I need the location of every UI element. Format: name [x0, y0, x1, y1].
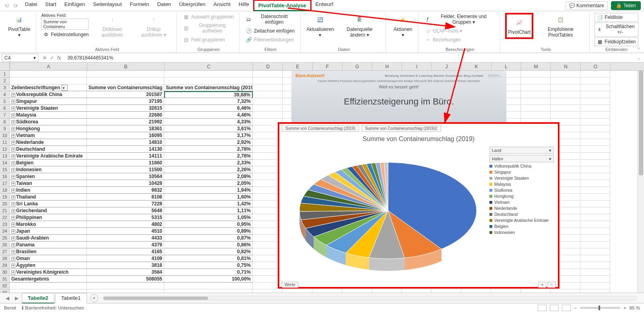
pivot-row-7[interactable]: +Niederlande [10, 139, 87, 146]
feldkopfzeilen-button[interactable]: ▦Feldkopfzeilen [594, 37, 638, 46]
chart-minus[interactable]: − [547, 282, 555, 288]
pivot-row-4[interactable]: +Südkorea [10, 119, 87, 125]
spreadsheet-grid[interactable]: 1234567891011121314151617181920212223242… [0, 63, 644, 293]
col-C[interactable]: C [165, 63, 253, 70]
row-33[interactable]: 33 [0, 289, 9, 293]
row-20[interactable]: 20 [0, 201, 9, 207]
col-K[interactable]: K [462, 63, 491, 70]
menu-pivottable-analyse[interactable]: PivotTable-Analyse [253, 0, 312, 11]
col-N[interactable]: N [551, 63, 581, 70]
pivot-row-23[interactable]: +Brasilien [10, 248, 87, 255]
row-4[interactable]: 4 [0, 91, 9, 98]
pivot-row-1[interactable]: +Singapur [10, 98, 87, 105]
row-28[interactable]: 28 [0, 255, 9, 262]
pivot-row-9[interactable]: +Vereinigte Arabische Emirate [10, 153, 87, 160]
pivot-row-24[interactable]: +Oman [10, 255, 87, 262]
row-18[interactable]: 18 [0, 187, 9, 194]
feldliste-button[interactable]: 📑Feldliste [594, 13, 638, 22]
menu-start[interactable]: Start [41, 0, 60, 11]
row-31[interactable]: 31 [0, 276, 9, 283]
col-O[interactable]: O [581, 63, 611, 70]
sheet-tab-tabelle1[interactable]: Tabelle1 [55, 293, 87, 303]
pivot-row-14[interactable]: +Indien [10, 187, 87, 194]
menu-datei[interactable]: Datei [21, 0, 41, 11]
col-B[interactable]: B [87, 63, 165, 70]
menu-formeln[interactable]: Formeln [126, 0, 153, 11]
col-I[interactable]: I [402, 63, 432, 70]
row-10[interactable]: 10 [0, 132, 9, 139]
col-D[interactable]: D [253, 63, 283, 70]
aktivesfeld-input[interactable]: Summe von Containeru [41, 18, 89, 30]
chart-tab-0[interactable]: Summe von Containerumschlag (2019) [282, 125, 359, 132]
chart-footer-werte[interactable]: Werte [282, 282, 298, 288]
pivottable-button[interactable]: 📊PivotTable▾ [6, 13, 33, 39]
row-25[interactable]: 25 [0, 235, 9, 242]
cancel-icon[interactable]: ✕ [43, 55, 47, 61]
pivot-row-18[interactable]: +Philippinen [10, 214, 87, 221]
ribbon-collapse[interactable]: ⌵ [637, 45, 640, 50]
sheet-tab-tabelle2[interactable]: Tabelle2 [22, 293, 54, 303]
menu-entwurf[interactable]: Entwurf [312, 0, 337, 11]
pivot-row-2[interactable]: +Vereinigte Staaten [10, 105, 87, 112]
row-7[interactable]: 7 [0, 112, 9, 119]
pivot-row-22[interactable]: +Panama [10, 242, 87, 248]
undo-button[interactable] [3, 2, 10, 9]
fb-expand[interactable]: ⌵ [635, 55, 642, 61]
fx-icon[interactable]: fx [57, 55, 61, 61]
menu-daten[interactable]: Daten [153, 0, 175, 11]
menu-hilfe[interactable]: Hilfe [235, 0, 253, 11]
row-32[interactable]: 32 [0, 283, 9, 289]
row-29[interactable]: 29 [0, 262, 9, 269]
pivot-row-20[interactable]: +Japan [10, 228, 87, 235]
status-accessibility[interactable]: ℹ Barrierefreiheit: Untersuchen [22, 305, 84, 311]
row-21[interactable]: 21 [0, 207, 9, 214]
row-26[interactable]: 26 [0, 242, 9, 248]
zoom-out[interactable]: − [574, 305, 577, 310]
pivot-row-15[interactable]: +Thailand [10, 194, 87, 201]
pivot-row-12[interactable]: +Spanien [10, 173, 87, 180]
chart-plus[interactable]: + [538, 282, 546, 288]
col-A[interactable]: A [10, 63, 87, 70]
row-22[interactable]: 22 [0, 214, 9, 221]
col-G[interactable]: G [343, 63, 372, 70]
sheet-nav-first[interactable]: ◀ [3, 295, 12, 301]
redo-button[interactable] [12, 2, 19, 9]
pivot-row-25[interactable]: +Ägypten [10, 262, 87, 269]
row-23[interactable]: 23 [0, 221, 9, 228]
pivot-row-0[interactable]: +Volksrepublik China [10, 91, 87, 98]
sheet-add[interactable]: + [90, 294, 98, 302]
view-page[interactable] [550, 305, 559, 311]
row-14[interactable]: 14 [0, 160, 9, 166]
row-11[interactable]: 11 [0, 139, 9, 146]
pivot-row-17[interactable]: +Griechenland [10, 207, 87, 214]
row-13[interactable]: 13 [0, 153, 9, 160]
zoom-in[interactable]: + [623, 305, 626, 310]
teilen-button[interactable]: 🔒 Teilen [611, 1, 641, 10]
pivot-row-13[interactable]: +Taiwan [10, 180, 87, 187]
row-3[interactable]: 3 [0, 84, 9, 91]
col-J[interactable]: J [432, 63, 462, 70]
row-6[interactable]: 6 [0, 105, 9, 112]
zoom-value[interactable]: 85 % [630, 305, 640, 310]
col-E[interactable]: E [283, 63, 313, 70]
aktualisieren-button[interactable]: 🔄Aktualisieren▾ [305, 13, 335, 39]
confirm-icon[interactable]: ✓ [50, 55, 54, 61]
pivot-header-rowlabels[interactable]: Zeilenbeschriftungen [10, 84, 87, 91]
zoom-slider[interactable] [580, 307, 620, 309]
view-normal[interactable] [538, 305, 547, 311]
pivot-header-sum2[interactable]: Summe von Containerumschlag (2019)2 [164, 84, 253, 91]
pivot-header-sum1[interactable]: Summe von Containerumschlag (2019) [87, 84, 164, 91]
col-H[interactable]: H [372, 63, 402, 70]
felder-elemente-button[interactable]: ƒFelder, Elemente und Gruppen ▾ [423, 13, 497, 26]
pivot-row-11[interactable]: +Indonesien [10, 166, 87, 173]
menu-einfügen[interactable]: Einfügen [60, 0, 89, 11]
chart-filter-land[interactable]: Land▾ [489, 147, 554, 154]
row-1[interactable]: 1 [0, 71, 9, 78]
pivot-row-21[interactable]: +Saudi-Arabien [10, 235, 87, 242]
menu-überprüfen[interactable]: Überprüfen [175, 0, 209, 11]
row-12[interactable]: 12 [0, 146, 9, 153]
pivot-row-26[interactable]: +Vereinigtes Königreich [10, 269, 87, 276]
row-27[interactable]: 27 [0, 248, 9, 255]
zeitachse-button[interactable]: 🕑Zeitachse einfügen [244, 27, 297, 35]
menu-ansicht[interactable]: Ansicht [209, 0, 235, 11]
